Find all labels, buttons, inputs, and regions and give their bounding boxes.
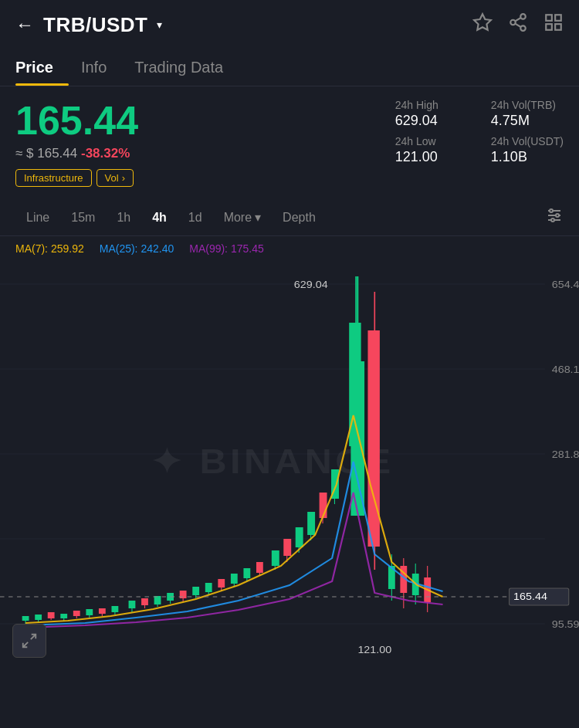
svg-point-15 (551, 218, 554, 222)
header-icons (472, 12, 564, 37)
svg-rect-56 (231, 574, 238, 584)
svg-rect-26 (35, 615, 42, 620)
svg-text:629.04: 629.04 (294, 279, 328, 290)
svg-rect-30 (60, 614, 67, 618)
svg-rect-50 (192, 587, 199, 595)
svg-point-2 (510, 20, 516, 25)
price-usd: ≈ $ 165.44 -38.32% (15, 146, 138, 161)
svg-text:165.44: 165.44 (513, 591, 547, 602)
header: ← TRB/USDT ▾ (0, 0, 579, 49)
more-label: More (224, 211, 252, 225)
svg-rect-9 (555, 24, 561, 30)
svg-rect-66 (296, 527, 303, 547)
ma-indicators: MA(7): 259.92 MA(25): 242.40 MA(99): 175… (0, 236, 579, 261)
svg-line-103 (23, 642, 28, 647)
price-left: 165.44 ≈ $ 165.44 -38.32% Infrastructure… (15, 99, 138, 187)
svg-rect-52 (205, 583, 212, 592)
svg-line-102 (31, 635, 36, 639)
stat-24h-vol-trb: 24h Vol(TRB) 4.75M (491, 99, 564, 129)
candlestick-chart: ✦ BINANCE (0, 261, 579, 670)
ma7-indicator: MA(7): 259.92 (15, 242, 84, 255)
svg-marker-0 (474, 14, 491, 30)
svg-rect-34 (86, 609, 93, 615)
chart-tab-1h[interactable]: 1h (106, 206, 141, 229)
chart-settings-icon[interactable] (545, 206, 564, 229)
chart-tab-4h[interactable]: 4h (141, 206, 178, 229)
svg-rect-38 (111, 606, 118, 612)
svg-point-1 (520, 14, 526, 19)
svg-rect-64 (283, 539, 291, 556)
svg-text:95.59: 95.59 (552, 619, 579, 630)
chart-area[interactable]: ✦ BINANCE (0, 261, 579, 670)
svg-rect-36 (99, 608, 106, 614)
svg-rect-42 (141, 598, 148, 605)
pair-title: TRB/USDT (43, 13, 147, 37)
tab-price[interactable]: Price (15, 49, 69, 86)
share-icon[interactable] (508, 12, 528, 37)
tab-info[interactable]: Info (81, 49, 122, 86)
svg-rect-58 (243, 568, 250, 578)
svg-text:468.16: 468.16 (552, 364, 579, 375)
svg-text:654.45: 654.45 (552, 279, 579, 290)
price-section: 165.44 ≈ $ 165.44 -38.32% Infrastructure… (0, 86, 579, 199)
svg-rect-24 (22, 616, 29, 621)
svg-rect-60 (256, 562, 263, 573)
more-arrow-icon: ▾ (255, 210, 261, 225)
chart-tab-line[interactable]: Line (15, 206, 60, 229)
stat-24h-vol-usdt: 24h Vol(USDT) 1.10B (491, 135, 564, 165)
chart-tab-15m[interactable]: 15m (60, 206, 106, 229)
svg-text:121.00: 121.00 (357, 645, 391, 655)
dropdown-arrow-icon[interactable]: ▾ (157, 19, 162, 31)
header-left: ← TRB/USDT ▾ (15, 13, 162, 37)
main-price: 165.44 (15, 99, 138, 143)
back-button[interactable]: ← (15, 14, 34, 36)
svg-line-4 (515, 24, 520, 27)
svg-rect-7 (555, 15, 561, 21)
svg-rect-44 (154, 596, 161, 604)
expand-button[interactable] (12, 624, 46, 658)
svg-point-13 (556, 214, 559, 217)
vol-tag[interactable]: Vol › (96, 169, 134, 187)
price-change: -38.32% (81, 146, 130, 161)
svg-rect-62 (272, 550, 279, 566)
price-stats: 24h High 629.04 24h Vol(TRB) 4.75M 24h L… (395, 99, 564, 165)
svg-point-12 (550, 209, 553, 212)
svg-rect-68 (307, 512, 315, 535)
svg-text:281.88: 281.88 (552, 449, 579, 460)
favorite-icon[interactable] (472, 12, 493, 37)
chart-tab-1d[interactable]: 1d (178, 206, 213, 229)
svg-line-5 (515, 18, 520, 21)
main-tabs: Price Info Trading Data (0, 49, 579, 86)
svg-rect-28 (48, 612, 55, 618)
chart-tab-more[interactable]: More ▾ (213, 205, 272, 229)
chart-tab-depth[interactable]: Depth (272, 206, 327, 229)
grid-icon[interactable] (543, 12, 564, 37)
stat-24h-high: 24h High 629.04 (395, 99, 468, 129)
chart-controls: Line 15m 1h 4h 1d More ▾ Depth (0, 199, 579, 236)
stat-24h-low: 24h Low 121.00 (395, 135, 468, 165)
svg-rect-40 (129, 601, 136, 608)
svg-rect-54 (218, 579, 225, 587)
svg-rect-8 (546, 24, 552, 30)
infrastructure-tag[interactable]: Infrastructure (15, 169, 92, 187)
ma25-indicator: MA(25): 242.40 (100, 242, 174, 255)
svg-rect-6 (546, 15, 552, 21)
ma99-indicator: MA(99): 175.45 (189, 242, 264, 255)
svg-rect-32 (73, 611, 80, 616)
tab-trading-data[interactable]: Trading Data (134, 49, 239, 86)
svg-point-3 (520, 25, 526, 31)
tags-row: Infrastructure Vol › (15, 169, 138, 187)
